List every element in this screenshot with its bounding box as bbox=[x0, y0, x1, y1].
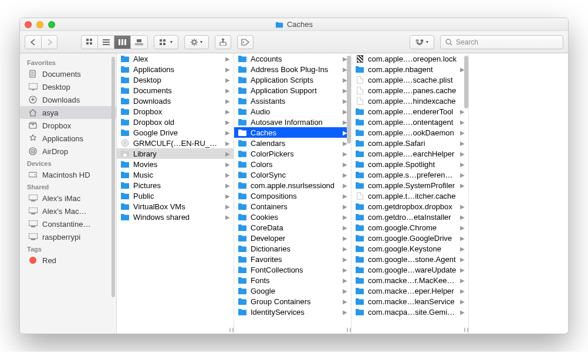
file-row[interactable]: com.apple.…endererTool▶ bbox=[352, 106, 468, 117]
file-row[interactable]: Google Drive▶ bbox=[117, 127, 234, 138]
file-row[interactable]: Dropbox▶ bbox=[117, 106, 234, 117]
column-scrollbar[interactable] bbox=[464, 56, 468, 108]
sidebar-item[interactable]: Applications bbox=[20, 132, 116, 145]
file-row[interactable]: Music▶ bbox=[117, 169, 234, 180]
zoom-window-button[interactable] bbox=[48, 21, 55, 28]
file-row[interactable]: Desktop▶ bbox=[117, 74, 234, 85]
file-row[interactable]: com.getdropbox.dropbox▶ bbox=[352, 201, 468, 212]
file-row[interactable]: Assistants▶ bbox=[234, 96, 351, 106]
file-row[interactable]: com.google…stone.Agent▶ bbox=[352, 254, 468, 264]
action-button[interactable]: ▾ bbox=[184, 35, 209, 49]
file-row[interactable]: Downloads▶ bbox=[117, 96, 234, 106]
file-row[interactable]: Accounts▶ bbox=[234, 53, 351, 64]
file-row[interactable]: Caches▶ bbox=[234, 127, 351, 138]
share-button[interactable] bbox=[215, 35, 231, 49]
file-row[interactable]: com.apple.…hindexcache bbox=[352, 96, 468, 106]
file-row[interactable]: com.apple.Safari▶ bbox=[352, 138, 468, 148]
file-row[interactable]: Autosave Information▶ bbox=[234, 117, 351, 127]
file-row[interactable]: com.apple.nsurlsessiond▶ bbox=[234, 180, 351, 190]
file-row[interactable]: Address Book Plug-Ins▶ bbox=[234, 64, 351, 74]
file-row[interactable]: ColorSync▶ bbox=[234, 169, 351, 180]
forward-button[interactable] bbox=[41, 35, 58, 49]
file-row[interactable]: Documents▶ bbox=[117, 85, 234, 96]
file-row[interactable]: Fonts▶ bbox=[234, 275, 351, 285]
file-row[interactable]: Calendars▶ bbox=[234, 138, 351, 148]
sidebar-item[interactable]: AirDrop bbox=[20, 145, 116, 158]
file-row[interactable]: com.apple.…panes.cache bbox=[352, 85, 468, 96]
close-window-button[interactable] bbox=[25, 21, 32, 28]
file-row[interactable]: com.macke…r.MacKeeper▶ bbox=[352, 275, 468, 285]
search-field[interactable]: Search bbox=[440, 35, 563, 49]
file-row[interactable]: com.apple.…ontentagent▶ bbox=[352, 117, 468, 127]
file-row[interactable]: Audio▶ bbox=[234, 106, 351, 117]
file-row[interactable]: Dictionaries▶ bbox=[234, 243, 351, 254]
sidebar-item[interactable]: raspberrypi bbox=[20, 230, 116, 243]
file-row[interactable]: com.apple.…earchHelper▶ bbox=[352, 148, 468, 159]
sidebar-item[interactable]: Downloads bbox=[20, 93, 116, 106]
file-row[interactable]: Movies▶ bbox=[117, 159, 234, 169]
dropbox-toolbar-button[interactable]: ▾ bbox=[410, 35, 434, 49]
file-row[interactable]: Containers▶ bbox=[234, 201, 351, 212]
sidebar-item[interactable]: Desktop bbox=[20, 80, 116, 93]
sidebar-item[interactable]: Dropbox bbox=[20, 119, 116, 132]
file-row[interactable]: com.apple.…oreopen.lock bbox=[352, 53, 468, 64]
file-row[interactable]: com.apple.t…itcher.cache bbox=[352, 190, 468, 201]
tags-button[interactable] bbox=[237, 35, 254, 49]
file-row[interactable]: Favorites▶ bbox=[234, 254, 351, 264]
file-row[interactable]: Windows shared▶ bbox=[117, 212, 234, 222]
view-icon-button[interactable] bbox=[82, 36, 98, 49]
file-row[interactable]: Group Containers▶ bbox=[234, 296, 351, 307]
file-row[interactable]: IdentityServices▶ bbox=[234, 307, 351, 317]
sidebar-item[interactable]: Alex's iMac bbox=[20, 192, 116, 205]
file-row[interactable]: com.macke…eper.Helper▶ bbox=[352, 285, 468, 296]
sidebar-scrollbar[interactable] bbox=[111, 57, 115, 297]
file-row[interactable]: Alex▶ bbox=[117, 53, 234, 64]
file-row[interactable]: com.apple.Spotlight▶ bbox=[352, 159, 468, 169]
file-row[interactable]: com.macpa…site.Gemini2▶ bbox=[352, 307, 468, 317]
file-row[interactable]: Applications▶ bbox=[117, 64, 234, 74]
column-resize-handle[interactable] bbox=[347, 328, 351, 332]
file-row[interactable]: Colors▶ bbox=[234, 159, 351, 169]
file-row[interactable]: Developer▶ bbox=[234, 233, 351, 243]
file-row[interactable]: com.apple.…scache.plist bbox=[352, 74, 468, 85]
file-row[interactable]: Compositions▶ bbox=[234, 190, 351, 201]
column-resize-handle[interactable] bbox=[229, 328, 234, 332]
view-columns-button[interactable] bbox=[114, 36, 131, 49]
sidebar-item[interactable]: Constantine… bbox=[20, 217, 116, 230]
file-row[interactable]: Pictures▶ bbox=[117, 180, 234, 190]
file-row[interactable]: Application Scripts▶ bbox=[234, 74, 351, 85]
file-row[interactable]: com.google…wareUpdate▶ bbox=[352, 264, 468, 275]
file-row[interactable]: com.apple.s…preferences▶ bbox=[352, 169, 468, 180]
sidebar-item[interactable]: asya bbox=[20, 106, 116, 119]
file-row[interactable]: Public▶ bbox=[117, 190, 234, 201]
file-row[interactable]: com.google.Keystone▶ bbox=[352, 243, 468, 254]
file-row[interactable]: com.apple.nbagent▶ bbox=[352, 64, 468, 74]
file-row[interactable]: ColorPickers▶ bbox=[234, 148, 351, 159]
file-row[interactable]: Application Support▶ bbox=[234, 85, 351, 96]
file-row[interactable]: Dropbox old▶ bbox=[117, 117, 234, 127]
file-row[interactable]: com.apple.SystemProfiler▶ bbox=[352, 180, 468, 190]
column-resize-handle[interactable] bbox=[464, 328, 468, 332]
file-row[interactable]: Library▶ bbox=[117, 148, 234, 159]
file-row[interactable]: com.google.Chrome▶ bbox=[352, 222, 468, 233]
column-scrollbar[interactable] bbox=[347, 56, 351, 144]
file-row[interactable]: com.google.GoogleDrive▶ bbox=[352, 233, 468, 243]
file-row[interactable]: CoreData▶ bbox=[234, 222, 351, 233]
sidebar-item[interactable]: Alex's Mac… bbox=[20, 205, 116, 217]
file-row[interactable]: com.getdro…etaInstaller▶ bbox=[352, 212, 468, 222]
back-button[interactable] bbox=[25, 35, 41, 49]
file-row[interactable]: Google▶ bbox=[234, 285, 351, 296]
file-row[interactable]: Cookies▶ bbox=[234, 212, 351, 222]
minimize-window-button[interactable] bbox=[36, 21, 43, 28]
view-list-button[interactable] bbox=[98, 36, 114, 49]
file-row[interactable]: FontCollections▶ bbox=[234, 264, 351, 275]
sidebar-item[interactable]: Red bbox=[20, 254, 116, 267]
sidebar-item[interactable]: Documents bbox=[20, 67, 116, 80]
sidebar-item[interactable]: Macintosh HD bbox=[20, 168, 116, 181]
view-coverflow-button[interactable] bbox=[131, 36, 147, 49]
arrange-button[interactable]: ▾ bbox=[154, 35, 178, 49]
file-row[interactable]: GRMCULF(…EN-RU_DVD▶ bbox=[117, 138, 234, 148]
file-row[interactable]: VirtualBox VMs▶ bbox=[117, 201, 234, 212]
file-row[interactable]: com.macke…leanService▶ bbox=[352, 296, 468, 307]
file-row[interactable]: com.apple.…ookDaemon▶ bbox=[352, 127, 468, 138]
